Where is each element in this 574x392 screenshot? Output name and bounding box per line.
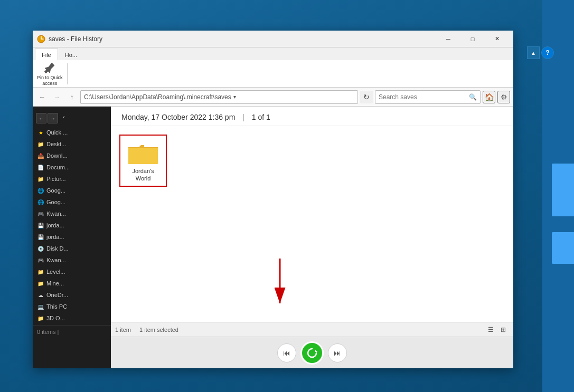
sidebar-item-jorda1[interactable]: 💾 jorda... — [33, 219, 111, 231]
file-item-jordans-world[interactable]: Jordan'sWorld — [119, 135, 167, 187]
address-bar: ← → ↑ C:\Users\Jordan\AppData\Roaming\.m… — [33, 88, 513, 107]
taskbar-arrows: ▲ — [527, 46, 540, 59]
nav-controls: ⏮ ⏭ — [111, 337, 513, 368]
file-label-jordans-world: Jordan'sWorld — [132, 167, 154, 183]
maximize-button[interactable]: □ — [460, 31, 485, 47]
jorda2-icon: 💾 — [37, 233, 44, 241]
google2-icon: 🌐 — [37, 198, 44, 206]
sidebar-item-onedrive[interactable]: ☁ OneDr... — [33, 289, 111, 301]
title-bar: saves - File History ─ □ ✕ — [33, 31, 513, 47]
title-bar-buttons: ─ □ ✕ — [436, 31, 509, 47]
search-box: 🔍 — [375, 90, 481, 104]
taskbar-help-btn[interactable]: ? — [541, 46, 554, 59]
folder-icon-container — [127, 139, 159, 165]
last-btn[interactable]: ⏭ — [328, 343, 347, 362]
pin-to-quick-access-button[interactable]: Pin to Quickaccess — [37, 61, 63, 87]
ribbon-tab-file[interactable]: File — [35, 49, 58, 60]
forward-button[interactable]: → — [51, 91, 63, 103]
sidebar-label-pictures: Pictur... — [46, 176, 66, 182]
sidebar-status: 0 items | — [33, 325, 111, 338]
sidebar-label-kwan2: Kwan... — [46, 257, 66, 263]
address-chevron[interactable]: ▾ — [231, 94, 238, 100]
up-button[interactable]: ↑ — [65, 91, 78, 103]
refresh-button[interactable]: ↻ — [360, 91, 373, 103]
sidebar-label-documents: Docum... — [46, 164, 70, 170]
sidebar-label-downloads: Downl... — [46, 152, 68, 159]
ribbon-tab-home[interactable]: Ho... — [58, 49, 84, 60]
kwan2-icon: 🎮 — [37, 256, 44, 264]
google1-icon: 🌐 — [37, 187, 44, 194]
sidebar-item-level[interactable]: 📁 Level... — [33, 266, 111, 278]
date-separator: | — [242, 113, 247, 121]
sidebar-label-jorda1: jorda... — [46, 222, 64, 228]
kwanm-icon: 🎮 — [37, 210, 44, 217]
jorda1-icon: 💾 — [37, 222, 44, 229]
window-title: saves - File History — [49, 35, 436, 43]
sidebar-label-disk: Disk D... — [46, 245, 69, 252]
sidebar-forward-btn[interactable]: → — [48, 113, 58, 123]
first-btn[interactable]: ⏮ — [277, 343, 296, 362]
pin-label: Pin to Quickaccess — [37, 75, 63, 87]
sidebar-label-onedrive: OneDr... — [46, 292, 68, 298]
home-button[interactable]: 🏠 — [483, 91, 495, 103]
item-count: 1 item — [115, 327, 131, 333]
sidebar-label-google2: Goog... — [46, 199, 65, 205]
sidebar-back-btn[interactable]: ← — [36, 113, 46, 123]
documents-icon: 📄 — [37, 164, 44, 171]
level-icon: 📁 — [37, 268, 44, 275]
right-panel-decoration-1 — [552, 164, 574, 216]
pin-icon — [43, 61, 56, 74]
settings-button[interactable]: ⚙ — [497, 91, 510, 103]
sidebar-item-downloads[interactable]: 📥 Downl... — [33, 150, 111, 161]
sidebar-item-quick-access[interactable]: ★ Quick ... — [33, 127, 111, 138]
restore-icon — [306, 347, 318, 359]
3do-icon: 📁 — [37, 314, 44, 322]
page-info: 1 of 1 — [252, 113, 270, 121]
search-input[interactable] — [379, 93, 467, 101]
sidebar-nav: ← → ˅ — [33, 111, 111, 126]
taskbar-arrow-up[interactable]: ▲ — [527, 46, 540, 59]
large-icon-view-btn[interactable]: ⊞ — [497, 324, 509, 336]
file-area: Monday, 17 October 2022 1:36 pm | 1 of 1 — [111, 107, 513, 368]
address-input[interactable]: C:\Users\Jordan\AppData\Roaming\.minecra… — [80, 90, 358, 104]
sidebar-item-3do[interactable]: 📁 3D O... — [33, 312, 111, 324]
address-text: C:\Users\Jordan\AppData\Roaming\.minecra… — [84, 93, 231, 101]
sidebar-item-documents[interactable]: 📄 Docum... — [33, 161, 111, 173]
sidebar-item-desktop[interactable]: 📁 Deskt... — [33, 138, 111, 150]
svg-marker-1 — [315, 350, 317, 352]
content-area: ← → ˅ ★ Quick ... 📁 Deskt... 📥 Downl... — [33, 107, 513, 368]
selected-count: 1 item selected — [139, 327, 178, 333]
app-icon — [37, 35, 45, 43]
file-grid: Jordan'sWorld — [111, 126, 513, 322]
close-button[interactable]: ✕ — [485, 31, 509, 47]
date-text: Monday, 17 October 2022 1:36 pm — [121, 113, 235, 121]
details-view-btn[interactable]: ☰ — [485, 324, 496, 336]
sidebar-label-mine: Mine... — [46, 280, 64, 286]
ribbon-separator — [67, 63, 68, 84]
sidebar-item-thispc[interactable]: 💻 This PC — [33, 301, 111, 312]
sidebar-label-level: Level... — [46, 269, 65, 275]
downloads-icon: 📥 — [37, 152, 44, 159]
sidebar-item-kwan2[interactable]: 🎮 Kwan... — [33, 254, 111, 266]
sidebar-item-mine[interactable]: 📁 Mine... — [33, 278, 111, 289]
sidebar-item-google2[interactable]: 🌐 Goog... — [33, 196, 111, 208]
sidebar-item-jorda2[interactable]: 💾 jorda... — [33, 231, 111, 243]
sidebar-item-pictures[interactable]: 📁 Pictur... — [33, 173, 111, 185]
main-window: saves - File History ─ □ ✕ File Ho... — [33, 31, 513, 368]
minimize-button[interactable]: ─ — [436, 31, 460, 47]
thispc-icon: 💻 — [37, 303, 44, 310]
back-button[interactable]: ← — [36, 91, 49, 103]
restore-button[interactable] — [300, 341, 324, 365]
disk-icon: 💿 — [37, 245, 44, 252]
sidebar-expand-btn[interactable]: ˅ — [59, 113, 68, 123]
ribbon: File Ho... Pin to Quickaccess — [33, 47, 513, 88]
sidebar-items: ★ Quick ... 📁 Deskt... 📥 Downl... 📄 Docu… — [33, 126, 111, 325]
sidebar-label-jorda2: jorda... — [46, 234, 64, 240]
sidebar-item-google1[interactable]: 🌐 Goog... — [33, 185, 111, 196]
ribbon-content: Pin to Quickaccess — [33, 60, 513, 88]
sidebar-item-kwanm[interactable]: 🎮 Kwan... — [33, 208, 111, 219]
sidebar-label-quick-access: Quick ... — [46, 129, 68, 136]
sidebar-label-3do: 3D O... — [46, 315, 65, 321]
date-header: Monday, 17 October 2022 1:36 pm | 1 of 1 — [111, 107, 513, 126]
sidebar-item-disk[interactable]: 💿 Disk D... — [33, 243, 111, 254]
